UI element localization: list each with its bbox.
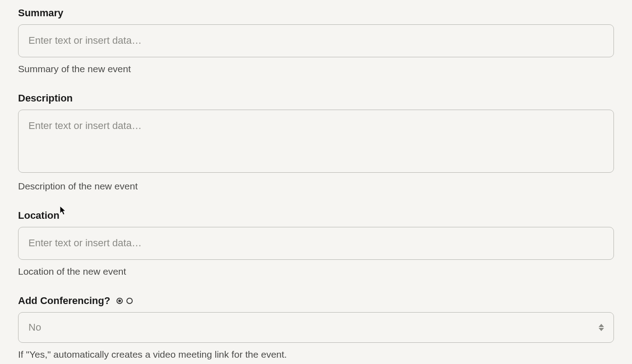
conferencing-field-group: Add Conferencing? No If "Yes," automatic… (18, 295, 614, 360)
location-label: Location (18, 210, 614, 221)
description-helper: Description of the new event (18, 181, 614, 192)
summary-label: Summary (18, 7, 614, 19)
conferencing-helper: If "Yes," automatically creates a video … (18, 349, 614, 360)
radio-empty-icon (126, 298, 133, 304)
event-form: Summary Summary of the new event Descrip… (18, 7, 614, 360)
conferencing-radio-indicators (116, 298, 133, 304)
conferencing-select[interactable]: No (18, 312, 614, 343)
summary-helper: Summary of the new event (18, 64, 614, 74)
summary-field-group: Summary Summary of the new event (18, 7, 614, 74)
location-input[interactable] (18, 227, 614, 260)
conferencing-label: Add Conferencing? (18, 295, 110, 307)
location-helper: Location of the new event (18, 266, 614, 277)
description-label: Description (18, 92, 614, 104)
location-field-group: Location Location of the new event (18, 210, 614, 277)
summary-input[interactable] (18, 24, 614, 57)
conferencing-select-wrapper: No (18, 312, 614, 343)
description-input[interactable] (18, 110, 614, 173)
description-field-group: Description Description of the new event (18, 92, 614, 192)
radio-filled-icon (116, 298, 123, 304)
conferencing-label-row: Add Conferencing? (18, 295, 614, 307)
